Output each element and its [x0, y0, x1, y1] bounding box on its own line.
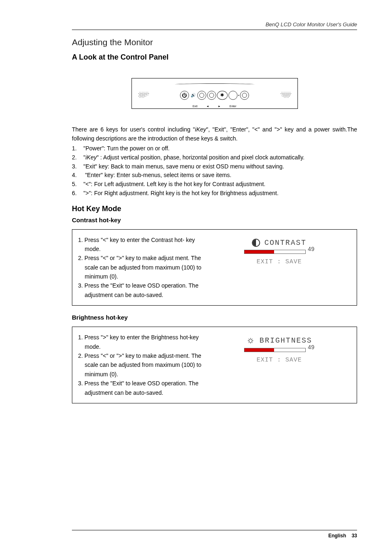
- exit-button-icon: [197, 91, 206, 100]
- step-text: 3. Press the "Exit" to leave OSD operati…: [78, 281, 202, 299]
- section-heading-control-panel: A Look at the Control Panel: [72, 53, 357, 62]
- osd-title-row: CONTRAST: [218, 239, 340, 247]
- osd-slider: 49: [218, 347, 340, 353]
- contrast-steps: 1. Press "<" key to enter the Contrast h…: [72, 230, 206, 306]
- osd-exit-label: EXIT : SAVE: [218, 258, 340, 265]
- sub-heading-brightness: Brightness hot-key: [72, 314, 357, 321]
- list-item: 6.">": For Right adjustment. Right key i…: [72, 189, 357, 198]
- brightness-hotkey-box: 1. Press ">" key to enter the Brightness…: [72, 327, 357, 403]
- osd-value: 49: [308, 246, 315, 253]
- contrast-osd-preview: CONTRAST 49 EXIT : SAVE: [206, 230, 357, 306]
- contrast-hotkey-box: 1. Press "<" key to enter the Contrast h…: [72, 229, 357, 306]
- osd-title-row: BRIGHTNESS: [218, 336, 340, 345]
- list-item: 3."Exit" key: Back to main menus, save m…: [72, 162, 357, 171]
- enter-button-icon: [240, 91, 249, 100]
- step-text: 2. Press "<" or ">" key to make adjust-m…: [78, 351, 202, 379]
- osd-exit-label: EXIT : SAVE: [218, 357, 340, 364]
- brightness-icon: [247, 336, 256, 345]
- list-item: 2."iKey" : Adjust vertical position, pha…: [72, 153, 357, 162]
- list-item: 1."Power": Turn the power on or off.: [72, 144, 357, 153]
- osd-title-text: CONTRAST: [264, 239, 306, 247]
- contrast-icon: [252, 239, 260, 247]
- osd-value: 49: [308, 344, 315, 351]
- right-button-icon: [228, 91, 238, 100]
- brightness-osd-preview: BRIGHTNESS 49 EXIT : SAVE: [206, 327, 357, 403]
- section-heading-hotkey: Hot Key Mode: [72, 205, 357, 213]
- ikey-button-icon: ✱: [217, 91, 228, 100]
- page-footer: English 33: [72, 530, 357, 539]
- panel-buttons: ⏻ 🔊 ✱ • Exit ◄ ► Enter: [180, 91, 249, 100]
- osd-slider: 49: [218, 249, 340, 255]
- brightness-steps: 1. Press ">" key to enter the Brightness…: [72, 327, 206, 403]
- left-button-icon: [207, 91, 216, 100]
- speaker-grille-left: ∴∵∴∵∴∵∴∵∴∵∴∵∴∵∵∴∵: [138, 93, 149, 98]
- intro-paragraph: There are 6 keys for user's control incl…: [72, 125, 357, 143]
- footer-page-number: 33: [352, 533, 357, 539]
- osd-title-text: BRIGHTNESS: [260, 336, 312, 345]
- key-description-list: 1."Power": Turn the power on or off. 2."…: [72, 144, 357, 198]
- power-button-icon: ⏻: [180, 91, 189, 100]
- step-text: 3. Press the "Exit" to leave OSD operati…: [78, 379, 202, 397]
- footer-language: English: [328, 533, 346, 539]
- header-text: BenQ LCD Color Monitor User's Guide: [265, 21, 357, 28]
- speaker-grille-right: ∴∵∴∵∴∵∴∵∴∵ ∴∵∴∵ ∵∴∵: [281, 93, 291, 98]
- sub-heading-contrast: Contrast hot-key: [72, 216, 357, 223]
- step-text: 1. Press "<" key to enter the Contrast h…: [78, 235, 202, 254]
- step-text: 1. Press ">" key to enter the Brightness…: [78, 333, 202, 351]
- page-title: Adjusting the Monitor: [72, 37, 357, 47]
- step-text: 2. Press "<" or ">" key to make adjust m…: [78, 253, 202, 281]
- page-header: BenQ LCD Color Monitor User's Guide: [72, 21, 357, 30]
- control-panel-diagram: ∴∵∴∵∴∵∴∵∴∵∴∵∴∵∵∴∵ ⏻ 🔊 ✱ • Exit ◄ ► Enter…: [131, 78, 298, 109]
- button-labels: Exit ◄ ► Enter: [190, 105, 239, 108]
- list-item: 4. "Enter" key: Enter sub-menus, select …: [72, 171, 357, 180]
- list-item: 5."<": For Left adjustment. Left key is …: [72, 180, 357, 189]
